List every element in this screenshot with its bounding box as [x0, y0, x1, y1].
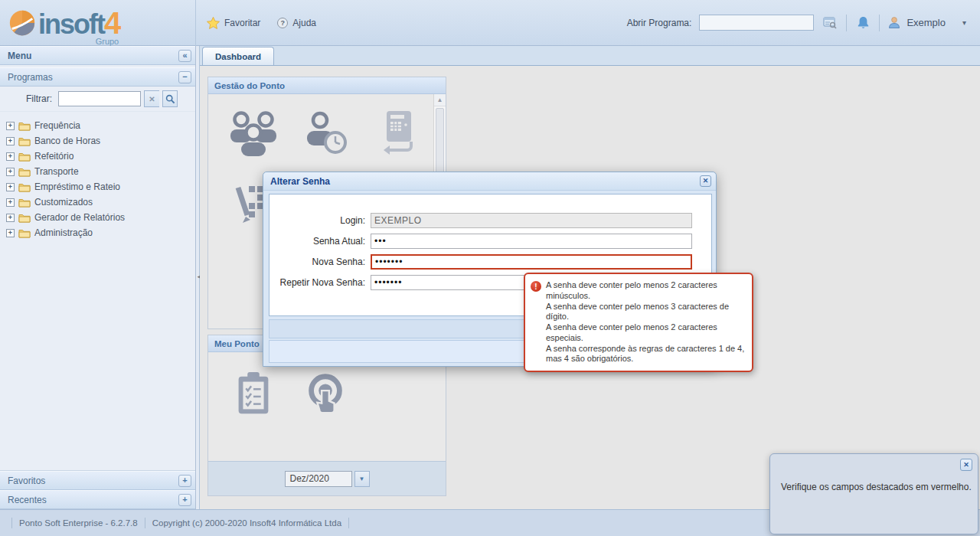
expand-icon[interactable]: +: [6, 229, 15, 237]
notification-close-icon[interactable]: ✕: [960, 459, 972, 471]
team-management-shortcut[interactable]: [228, 108, 279, 159]
validation-line: A senha deve conter pelo menos 3 caracte…: [546, 302, 746, 323]
tree-item-label: Empréstimo e Rateio: [34, 181, 120, 192]
toolbar-separator: [879, 15, 880, 31]
programs-header[interactable]: Programas −: [0, 67, 195, 87]
app-window: insoft4 Grupo Favoritar ? Ajuda Abrir Pr…: [0, 0, 980, 536]
tree-item-frequencia[interactable]: + Frequência: [6, 118, 195, 133]
tree-item-label: Banco de Horas: [34, 136, 100, 146]
employee-hours-shortcut[interactable]: [300, 108, 351, 159]
tab-dashboard[interactable]: Dashboard: [202, 47, 274, 65]
filter-clear-icon[interactable]: ✕: [144, 90, 159, 107]
app-version: Ponto Soft Enterprise - 6.2.7.8: [19, 518, 138, 528]
user-icon: [887, 16, 901, 29]
expand-icon[interactable]: +: [6, 122, 15, 130]
sidebar: Menu « Programas − Filtrar: ✕ + Frequênc…: [0, 46, 196, 509]
programs-tree: + Frequência + Banco de Horas + Refeitór…: [0, 112, 195, 470]
expand-icon[interactable]: +: [6, 152, 15, 161]
error-icon: !: [531, 281, 541, 292]
folder-icon: [18, 198, 31, 208]
person-clock-icon: [301, 109, 350, 158]
collapse-sidebar-button[interactable]: «: [178, 50, 191, 62]
help-button[interactable]: ? Ajuda: [277, 18, 316, 28]
star-icon: [207, 17, 220, 29]
sidebar-bottom: Favoritos + Recentes +: [0, 470, 195, 509]
toolbar-right: Abrir Programa:: [627, 15, 980, 31]
toolbar-left: Favoritar ? Ajuda: [196, 17, 316, 29]
scroll-up-icon[interactable]: ▲: [434, 94, 446, 106]
touch-press-icon: [302, 371, 349, 418]
user-name: Exemplo: [906, 17, 946, 28]
search-icon: [165, 94, 175, 104]
tree-item-refeitorio[interactable]: + Refeitório: [6, 149, 195, 164]
password-validation-tooltip: ! A senha deve conter pelo menos 2 carac…: [524, 273, 753, 372]
tree-item-gerador-de-relatorios[interactable]: + Gerador de Relatórios: [6, 210, 195, 225]
tab-strip: Dashboard: [200, 46, 980, 66]
favorites-header[interactable]: Favoritos +: [0, 471, 195, 490]
filter-search-button[interactable]: [162, 90, 178, 107]
filter-row: Filtrar: ✕: [0, 87, 195, 112]
tree-item-label: Frequência: [34, 120, 80, 131]
copyright-text: Copyright (c) 2000-2020 Insoft4 Informát…: [152, 518, 341, 528]
expand-recents-button[interactable]: +: [178, 494, 191, 506]
panel-body: Dez/2020 ▼: [208, 352, 446, 495]
toolbar-separator: [846, 15, 847, 31]
expand-favorites-button[interactable]: +: [178, 475, 191, 487]
tree-item-label: Refeitório: [34, 151, 74, 162]
people-group-icon: [229, 109, 278, 158]
expand-icon[interactable]: +: [6, 198, 15, 207]
tree-item-emprestimo-e-rateio[interactable]: + Empréstimo e Rateio: [6, 179, 195, 194]
tree-item-administracao[interactable]: + Administração: [6, 225, 195, 240]
user-caret-icon[interactable]: ▾: [962, 18, 966, 27]
folder-icon: [18, 167, 31, 177]
brand-subtitle: Grupo: [96, 38, 119, 46]
footer-separator: [11, 518, 12, 528]
folder-icon: [18, 213, 31, 223]
menu-header: Menu «: [0, 46, 195, 65]
help-label: Ajuda: [292, 18, 316, 28]
logo-panel: insoft4 Grupo: [0, 0, 196, 46]
tree-item-transporte[interactable]: + Transporte: [6, 164, 195, 179]
expand-icon[interactable]: +: [6, 168, 15, 176]
tree-item-label: Gerador de Relatórios: [34, 212, 125, 223]
my-timesheet-shortcut[interactable]: [228, 369, 279, 420]
punch-clock-shortcut[interactable]: [372, 108, 423, 159]
notifications-button[interactable]: [854, 15, 871, 31]
brand-number: 4: [104, 6, 120, 40]
expand-icon[interactable]: +: [6, 183, 15, 191]
expand-icon[interactable]: +: [6, 214, 15, 222]
folder-icon: [18, 136, 31, 146]
open-program-input[interactable]: [699, 15, 814, 31]
collapse-programs-button[interactable]: −: [178, 71, 191, 83]
dialog-close-icon[interactable]: ✕: [700, 175, 711, 187]
current-password-label: Senha Atual:: [270, 236, 371, 247]
recents-title: Recentes: [8, 495, 178, 505]
bell-icon: [856, 16, 871, 30]
tree-item-banco-de-horas[interactable]: + Banco de Horas: [6, 133, 195, 149]
menu-title: Menu: [8, 51, 178, 61]
dialog-titlebar[interactable]: Alterar Senha ✕: [263, 172, 716, 191]
tree-item-customizados[interactable]: + Customizados: [6, 194, 195, 210]
insoft4-logo-icon: [8, 8, 37, 38]
filter-input[interactable]: [58, 91, 141, 106]
favorite-button[interactable]: Favoritar: [207, 17, 260, 29]
new-password-field[interactable]: [371, 254, 692, 270]
folder-icon: [18, 228, 31, 238]
repeat-password-label: Repetir Nova Senha:: [270, 277, 371, 288]
tree-item-label: Customizados: [34, 197, 93, 208]
month-selector-dropdown-icon[interactable]: ▼: [354, 471, 370, 487]
recents-header[interactable]: Recentes +: [0, 490, 195, 509]
tab-label: Dashboard: [215, 52, 261, 61]
current-password-field[interactable]: [371, 234, 692, 249]
user-menu[interactable]: Exemplo: [887, 16, 946, 29]
folder-icon: [18, 121, 31, 131]
expand-icon[interactable]: +: [6, 137, 15, 145]
brand: insoft4 Grupo: [38, 8, 120, 38]
brand-name: insoft: [38, 8, 104, 40]
clipboard-checklist-icon: [230, 371, 277, 418]
month-selector-value[interactable]: Dez/2020: [285, 471, 352, 487]
folder-icon: [18, 182, 31, 192]
clock-in-shortcut[interactable]: [300, 369, 351, 420]
help-icon: ?: [277, 18, 288, 28]
browse-programs-button[interactable]: [822, 15, 838, 31]
